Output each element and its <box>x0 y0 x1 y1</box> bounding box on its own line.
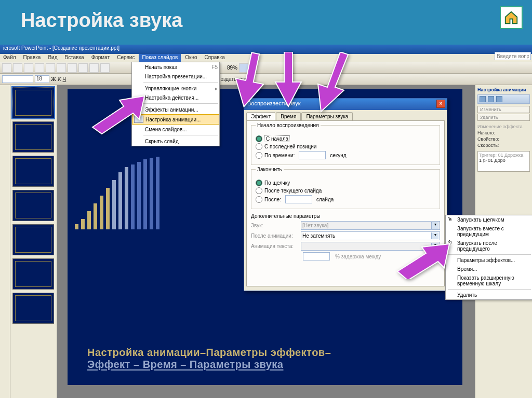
tab-effect[interactable]: Эффект <box>246 112 275 120</box>
start-playback-group: Начало воспроизведения С начала С послед… <box>251 125 440 165</box>
caption-line-1: Настройка анимации–Параметры эффектов– <box>87 347 447 359</box>
animation-item[interactable]: 1 ▷ 01 Доро <box>479 158 528 163</box>
print-icon[interactable] <box>35 63 44 73</box>
redo-icon[interactable] <box>100 63 110 73</box>
menu-slideshow[interactable]: Показ слайдов <box>139 54 181 62</box>
ctx-start-on-click[interactable]: 🖱Запускать щелчком <box>446 215 532 224</box>
mouse-icon: 🖱 <box>447 216 455 224</box>
ctx-start-with-prev[interactable]: Запускать вместе с предыдущим <box>446 224 532 239</box>
standard-toolbar[interactable]: 89% <box>0 62 532 74</box>
chart-bars-graphic <box>75 157 159 229</box>
slides-panel[interactable] <box>10 85 57 398</box>
arrow-3 <box>273 52 304 111</box>
group-extra-label: Дополнительные параметры <box>251 213 440 219</box>
outline-tabs[interactable] <box>0 85 10 398</box>
ctx-remove[interactable]: Удалить <box>446 291 532 299</box>
menu-setup-show[interactable]: Настройка презентации... <box>132 72 219 81</box>
menu-file[interactable]: Файл <box>0 54 19 62</box>
copy-icon[interactable] <box>68 63 77 73</box>
radio-after-current[interactable]: После текущего слайда <box>256 187 435 194</box>
time-spinner[interactable] <box>299 151 326 159</box>
speed-field-label: Скорость: <box>477 143 530 148</box>
sound-label: Звук: <box>251 223 298 228</box>
font-size[interactable]: 18 <box>35 75 49 83</box>
slide-thumb-1[interactable] <box>12 87 54 118</box>
stop-playback-group: Закончить По щелчку После текущего слайд… <box>251 169 440 209</box>
slide-thumb-4[interactable] <box>12 190 54 221</box>
slide-thumb-2[interactable] <box>12 121 54 153</box>
paste-icon[interactable] <box>78 63 88 73</box>
slide-thumb-3[interactable] <box>12 156 54 187</box>
close-icon[interactable]: × <box>436 100 445 108</box>
delay-spinner[interactable] <box>303 252 330 260</box>
format-toolbar[interactable]: 18 Ж К Ч ▢ Конструктор ▢ Создать слайд <box>0 74 532 85</box>
cut-icon[interactable] <box>57 63 66 73</box>
arrow-5 <box>395 243 452 281</box>
arrow-4 <box>312 52 353 116</box>
ctx-show-timeline[interactable]: Показать расширенную временную шкалу <box>446 273 532 288</box>
animation-list[interactable]: Триггер: 01 Дорожка 1 ▷ 01 Доро <box>477 151 530 172</box>
property-field-label: Свойство: <box>477 136 530 142</box>
menu-action-buttons[interactable]: Управляющие кнопки▸ <box>132 84 219 93</box>
radio-last-position[interactable]: С последней позиции <box>256 143 435 150</box>
app-titlebar: icrosoft PowerPoint - [Создание презента… <box>0 45 532 54</box>
task-pane-title: Настройка анимации <box>477 87 530 92</box>
menu-view[interactable]: Вид <box>45 54 60 62</box>
slide-thumb-6[interactable] <box>12 258 54 290</box>
menu-insert[interactable]: Вставка <box>61 54 87 62</box>
help-search-input[interactable] <box>495 52 531 60</box>
slide-thumb-5[interactable] <box>12 224 54 255</box>
save-icon[interactable] <box>24 63 33 73</box>
slides-spinner[interactable] <box>285 195 312 203</box>
menu-tools[interactable]: Сервис <box>114 54 138 62</box>
after-anim-combo[interactable]: Не затемнять▾ <box>301 231 440 240</box>
new-icon[interactable] <box>2 63 11 73</box>
trigger-label: Триггер: 01 Дорожка <box>479 153 528 158</box>
task-nav[interactable] <box>477 94 530 104</box>
menu-format[interactable]: Формат <box>88 54 113 62</box>
menu-help[interactable]: Справка <box>202 54 228 62</box>
arrow-2 <box>228 52 264 111</box>
radio-by-time[interactable]: По времени:секунд <box>256 151 435 159</box>
remove-effect-button[interactable]: Удалить <box>477 114 530 121</box>
slide-caption: Настройка анимации–Параметры эффектов– Э… <box>87 347 447 370</box>
group-start-label: Начало воспроизведения <box>256 122 321 128</box>
sound-combo[interactable]: [Нет звука]▾ <box>301 221 440 230</box>
menu-window[interactable]: Окно <box>182 54 200 62</box>
spell-icon[interactable] <box>46 63 55 73</box>
text-anim-label: Анимация текста: <box>251 243 298 249</box>
slide-title: Настройка звука <box>21 9 182 32</box>
start-field-label: Начало: <box>477 130 530 135</box>
open-icon[interactable] <box>13 63 22 73</box>
arrow-1 <box>87 93 150 137</box>
ctx-start-after-prev[interactable]: ⏱Запускать после предыдущего <box>446 239 532 253</box>
effect-context-menu[interactable]: 🖱Запускать щелчком Запускать вместе с пр… <box>445 215 532 300</box>
menu-hide-slide[interactable]: Скрыть слайд <box>132 136 219 146</box>
ctx-effect-options[interactable]: Параметры эффектов... <box>446 256 532 265</box>
menu-edit[interactable]: Правка <box>20 54 44 62</box>
radio-on-click[interactable]: По щелчку <box>256 180 435 186</box>
radio-from-beginning[interactable]: С начала <box>256 135 435 142</box>
effect-section-label: Изменение эффекта <box>477 124 530 129</box>
ctx-timing[interactable]: Время... <box>446 265 532 273</box>
change-effect-button[interactable]: Изменить <box>477 106 530 113</box>
after-anim-label: После анимации: <box>251 233 298 239</box>
menu-start-show[interactable]: Начать показF5 <box>132 62 219 72</box>
radio-after-n[interactable]: После:слайда <box>256 195 435 203</box>
slide-thumb-7[interactable] <box>12 293 54 324</box>
home-icon[interactable] <box>500 6 523 29</box>
undo-icon[interactable] <box>89 63 99 73</box>
back-icon[interactable] <box>480 96 486 102</box>
menubar[interactable]: Файл Правка Вид Вставка Формат Сервис По… <box>0 54 532 62</box>
forward-icon[interactable] <box>488 96 494 102</box>
caption-line-2: Эффект – Время – Параметры звука <box>87 359 447 370</box>
group-end-label: Закончить <box>256 167 284 172</box>
tab-time[interactable]: Время <box>276 112 301 120</box>
home-nav-icon[interactable] <box>496 96 502 102</box>
